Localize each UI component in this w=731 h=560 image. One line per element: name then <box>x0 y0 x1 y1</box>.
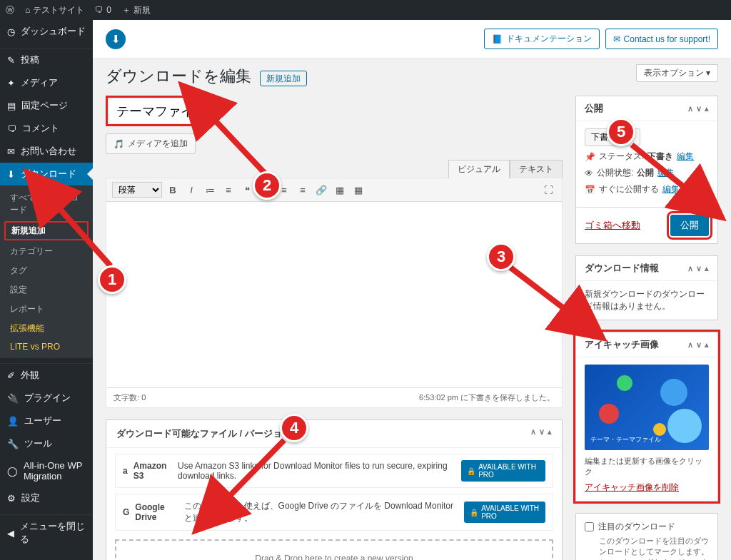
menu-collapse[interactable]: ◀ メニューを閉じる <box>0 515 93 551</box>
submenu-extensions[interactable]: 拡張機能 <box>0 319 93 338</box>
move-to-trash-link[interactable]: ゴミ箱へ移動 <box>585 219 640 232</box>
editor-tab-text[interactable]: テキスト <box>510 160 563 178</box>
more-button[interactable]: ▦ <box>332 182 348 198</box>
svg-line-0 <box>54 202 111 266</box>
pro-badge: 🔒 AVAILABLE WITH PRO <box>464 502 545 523</box>
editor-toolbar: 段落 B I ≔ ≡ ❝ ≡ ≡ ≡ 🔗 ▦ ▦ ⛶ <box>106 178 562 202</box>
drop-text: Drag & Drop here to create a new version <box>129 554 539 560</box>
link-button[interactable]: 🔗 <box>313 182 329 198</box>
arrow-5 <box>628 141 707 208</box>
featured-download-checkbox[interactable] <box>585 522 594 531</box>
panel-up-icon[interactable]: ∧ <box>530 427 536 440</box>
download-options-box: 注目のダウンロード このダウンロードを注目のダウンロードとしてマークします。ショ… <box>575 513 718 560</box>
ol-button[interactable]: ≡ <box>221 182 236 198</box>
menu-posts[interactable]: ✎ 投稿 <box>0 49 93 71</box>
featured-image-thumbnail[interactable]: テーマ・テーマファイル <box>585 365 709 450</box>
remove-featured-link[interactable]: アイキャッチ画像を削除 <box>585 482 679 492</box>
file-drop-area[interactable]: Drag & Drop here to create a new version… <box>115 539 553 560</box>
panel-down-icon[interactable]: ∨ <box>539 427 545 440</box>
provider-google-drive: GGoogle Driveこの拡張機能を使えば、Google Drive のファ… <box>115 494 553 531</box>
annotation-5: 5 <box>607 118 635 146</box>
dlinfo-body: 新規ダウンロードのダウンロード情報はありません。 <box>576 281 717 320</box>
download-monitor-icon: ⬇ <box>106 29 126 49</box>
menu-plugins[interactable]: 🔌 プラグイン <box>0 387 93 409</box>
menu-contact[interactable]: ✉ お問い合わせ <box>0 140 93 163</box>
menu-users[interactable]: 👤 ユーザー <box>0 409 93 432</box>
submenu-settings[interactable]: 設定 <box>0 280 93 300</box>
downloadable-files-box: ダウンロード可能なファイル / バージョン ∧∨▴ aAmazon S3Use … <box>106 419 563 560</box>
toolbar-toggle-button[interactable]: ▦ <box>351 182 366 198</box>
site-home-link[interactable]: ⌂ テストサイト <box>25 4 84 16</box>
annotation-4: 4 <box>280 414 308 442</box>
menu-aio-migration[interactable]: ◯ All-in-One WP Migration <box>0 455 93 487</box>
menu-dashboard[interactable]: ◷ ダッシュボード <box>0 20 93 43</box>
provider-amazon-s3: aAmazon S3Use Amazon S3 links for Downlo… <box>115 454 553 488</box>
annotation-1: 1 <box>98 265 126 294</box>
plugin-topbar: ⬇ 📘 ドキュメンテーション ✉ Contact us for support! <box>93 20 731 58</box>
submenu-lite-pro[interactable]: LITE vs PRO <box>0 338 93 355</box>
svg-line-3 <box>223 440 284 502</box>
svg-line-2 <box>510 268 571 314</box>
ul-button[interactable]: ≔ <box>202 182 218 198</box>
content-area: ⬇ 📘 ドキュメンテーション ✉ Contact us for support!… <box>93 20 731 560</box>
annotation-3: 3 <box>487 243 515 271</box>
docs-button[interactable]: 📘 ドキュメンテーション <box>484 29 600 49</box>
bold-button[interactable]: B <box>165 182 181 198</box>
publish-button[interactable]: 公開 <box>670 215 709 236</box>
download-title-input[interactable] <box>109 99 206 123</box>
admin-sidebar: ◷ ダッシュボード ✎ 投稿 ✦ メディア ▤ 固定ページ 🗨 コメント ✉ お… <box>0 20 93 560</box>
screen-options-toggle[interactable]: 表示オプション ▾ <box>636 64 718 82</box>
support-button[interactable]: ✉ Contact us for support! <box>605 29 718 49</box>
word-count: 文字数: 0 <box>114 392 146 403</box>
page-title: ダウンロードを編集 <box>106 67 251 85</box>
svg-line-4 <box>632 145 691 193</box>
featured-note: 編集または更新する画像をクリック <box>585 456 709 477</box>
editor-tab-visual[interactable]: ビジュアル <box>448 160 510 178</box>
new-content-link[interactable]: ＋ 新規 <box>122 4 151 16</box>
panel-toggle-icon[interactable]: ▴ <box>548 427 552 440</box>
add-new-button[interactable]: 新規追加 <box>260 71 307 86</box>
arrow-3 <box>507 264 585 330</box>
menu-settings[interactable]: ⚙ 設定 <box>0 487 93 509</box>
pro-badge: 🔒 AVAILABLE WITH PRO <box>461 460 545 482</box>
publish-heading: 公開 <box>585 102 603 115</box>
editor-body[interactable] <box>106 202 562 387</box>
menu-downloads[interactable]: ⬇ ダウンロード <box>0 163 93 185</box>
wp-logo[interactable]: ⓦ <box>6 4 14 16</box>
featured-heading: アイキャッチ画像 <box>585 338 659 351</box>
dlinfo-heading: ダウンロード情報 <box>585 262 659 275</box>
autosave-status: 6:53:02 pm に下書きを保存しました。 <box>419 392 555 403</box>
add-media-button[interactable]: 🎵 メディアを追加 <box>106 133 196 154</box>
svg-line-1 <box>209 114 266 175</box>
menu-appearance[interactable]: ✐ 外観 <box>0 364 93 387</box>
arrow-4 <box>213 437 291 517</box>
align-right-button[interactable]: ≡ <box>295 182 311 198</box>
featured-desc: このダウンロードを注目のダウンロードとしてマークします。ショートコードとウィジェ… <box>585 536 709 560</box>
menu-comments[interactable]: 🗨 コメント <box>0 117 93 140</box>
submenu-reports[interactable]: レポート <box>0 300 93 319</box>
featured-image-box: アイキャッチ画像 ∧∨▴ テーマ・テーマファイル 編集または更新する画像をクリ <box>575 332 718 502</box>
annotation-2: 2 <box>253 171 281 200</box>
download-info-box: ダウンロード情報 ∧∨▴ 新規ダウンロードのダウンロード情報はありません。 <box>575 255 718 320</box>
italic-button[interactable]: I <box>183 182 199 198</box>
comments-link[interactable]: 🗨 0 <box>95 5 111 15</box>
arrow-1 <box>43 191 121 272</box>
admin-toolbar: ⓦ ⌂ テストサイト 🗨 0 ＋ 新規 <box>0 0 731 20</box>
menu-media[interactable]: ✦ メディア <box>0 71 93 94</box>
fullscreen-button[interactable]: ⛶ <box>540 182 556 198</box>
content-editor: 段落 B I ≔ ≡ ❝ ≡ ≡ ≡ 🔗 ▦ ▦ ⛶ <box>106 178 563 408</box>
menu-pages[interactable]: ▤ 固定ページ <box>0 94 93 117</box>
menu-tools[interactable]: 🔧 ツール <box>0 432 93 455</box>
